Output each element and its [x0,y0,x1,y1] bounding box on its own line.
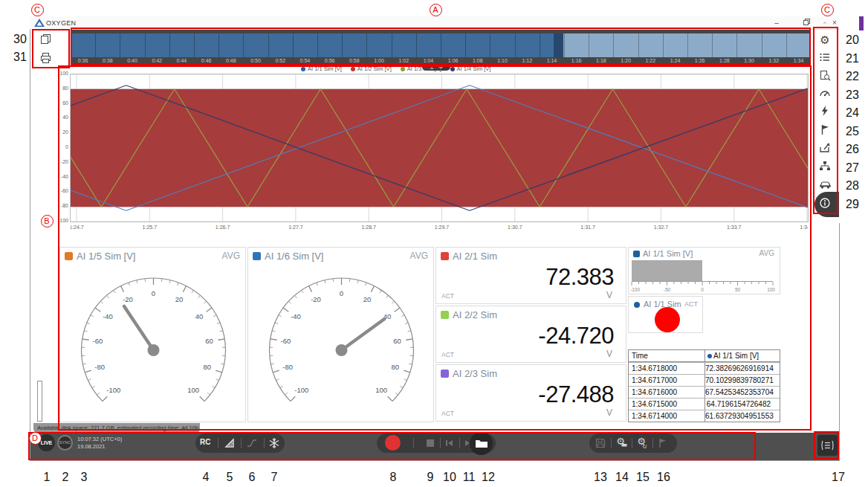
sidebar-export-button[interactable] [816,142,834,157]
timeline-remaining-region[interactable] [563,33,811,57]
marker-flag-button[interactable] [657,437,669,449]
timeline-tick-label: 1:32 [762,58,786,65]
flag-icon [657,437,669,449]
remote-control-button[interactable]: RC [200,438,210,446]
save-button[interactable] [595,437,606,449]
timeline-tick-label: 0:44 [169,58,194,65]
restore-button[interactable] [798,18,814,28]
svg-text:-20: -20 [311,295,321,303]
sidebar-collapse-button[interactable]: ^ [816,21,834,28]
screens-overview-button[interactable] [817,435,838,456]
svg-text:50: 50 [735,287,741,292]
timeline-position-marker[interactable] [554,33,563,57]
skip-to-start-button[interactable] [444,438,456,450]
panel-grip-handle[interactable] [37,381,42,422]
cell-value: 70.10299839780271 [705,375,780,386]
timeline-tick-label: 1:30 [736,58,761,65]
digital-meter-widget[interactable]: AI 2/2 Sim-24.720VACT [435,306,626,363]
cell-value: 61.63729304951553 [705,410,780,422]
timeline-tick-label: 0:52 [268,58,293,65]
sidebar-power-button[interactable] [816,178,834,193]
gauge-widget-1[interactable]: AI 1/5 Sim [V] AVG -100-80-60-40-2002040… [59,247,246,422]
load-settings-button[interactable]: ⚙ [615,436,626,448]
slope-icon [246,437,258,449]
sidebar-trigger-button[interactable] [816,106,834,120]
timeline-tick-label: 0:36 [71,58,95,65]
svg-text:-80: -80 [282,363,293,371]
folder-badge-icon [621,442,627,447]
annotation-number-7: 7 [271,471,278,484]
channel-color-swatch [441,370,449,378]
y-axis-label: -60 [30,188,68,193]
open-file-button[interactable] [470,432,493,455]
annotation-number-11: 11 [463,471,476,484]
indicator-widget[interactable]: AI 1/1 Sim ACT [628,296,703,333]
svg-text:-40: -40 [291,312,301,320]
digital-meter-widget[interactable]: AI 2/3 Sim-27.488VACT [435,364,626,422]
timeline-tick-label: 1:28 [712,58,736,65]
channel-data-table[interactable]: TimeAI 1/1 Sim [V]1:34.671800072.3826962… [628,349,780,422]
channel-color-swatch [441,252,449,260]
digital-meter-widget[interactable]: AI 2/1 Sim72.383VACT [435,247,626,304]
svg-text:-80: -80 [94,363,105,371]
table-row: 1:34.671400061.63729304951553 [629,410,780,422]
sidebar-network-button[interactable] [816,161,834,175]
snowflake-icon [268,437,280,449]
cell-time: 1:34.6717000 [629,375,705,386]
stop-button[interactable] [427,439,434,447]
timeline-tick-label: 1:34 [786,58,811,65]
annotation-number-14: 14 [615,471,629,484]
annotation-number-6: 6 [249,471,256,484]
chart-x-axis: 1:24.71:25.71:26.71:27.71:28.71:29.71:30… [71,225,808,232]
svg-text:80: 80 [203,363,211,371]
gauge-dial: -100-80-60-40-20020406080100 [248,265,435,422]
screen-pages-button[interactable] [39,33,61,51]
digital-unit: V [606,349,612,359]
freeze-button[interactable] [268,437,280,449]
separator [459,438,460,448]
skip-start-icon [444,438,455,448]
sync-button[interactable]: SYNC [57,435,73,451]
cell-time: 1:34.6715000 [629,399,705,410]
bar-meter-widget[interactable]: AI 1/1 Sim [V] AVG -100-50050100 [628,247,780,294]
sync-settings-button[interactable]: ⚙ ↻ [635,436,647,448]
legend-dot [450,67,455,71]
sidebar-settings-button[interactable]: ⚙ [816,33,834,48]
zero-adjust-button[interactable] [246,437,258,449]
channel-label: AI 2/1 Sim [453,251,497,262]
annotation-number-10: 10 [443,471,456,484]
annotation-number-17: 17 [832,471,845,484]
minimize-button[interactable]: – [768,18,785,28]
annotation-number-23: 23 [846,88,859,102]
digital-value: -27.488 [538,381,614,408]
legend-label: AI 1/4 Sim [V] [457,65,491,72]
widget-header: AI 2/2 Sim [436,306,626,323]
record-button[interactable] [385,435,401,451]
y-axis-label: -40 [30,174,68,179]
sidebar-channel-list-button[interactable] [816,52,834,67]
annotation-number-3: 3 [81,471,88,484]
svg-text:0: 0 [340,289,343,297]
table-header-channel: AI 1/1 Sim [V] [705,350,780,361]
sidebar-marker-button[interactable] [816,124,834,139]
folder-icon [475,438,488,448]
svg-text:-50: -50 [664,287,671,292]
screens-icon [821,439,834,451]
annotation-number-15: 15 [636,471,650,484]
channel-dot [707,354,712,358]
separator [413,438,414,448]
cell-time: 1:34.6716000 [629,387,705,398]
legend-label: AI 1/3 Sim [V] [407,65,441,72]
calibration-button[interactable] [224,437,236,449]
recorder-chart[interactable] [71,74,808,222]
legend-item: AI 1/1 Sim [V] [301,65,342,72]
gauge-widget-2[interactable]: AI 1/6 Sim [V] AVG -100-80-60-40-2002040… [247,247,434,422]
floppy-icon [595,437,606,449]
sidebar-system-info-button[interactable] [816,197,834,212]
table-row: 1:34.671500064.7196154726482 [629,398,780,410]
sidebar-measurement-button[interactable] [816,88,834,103]
sidebar-reporting-button[interactable] [816,70,834,85]
annotation-number-4: 4 [203,471,210,484]
widget-header: AI 2/1 Sim [436,248,626,264]
print-button[interactable] [39,52,61,70]
